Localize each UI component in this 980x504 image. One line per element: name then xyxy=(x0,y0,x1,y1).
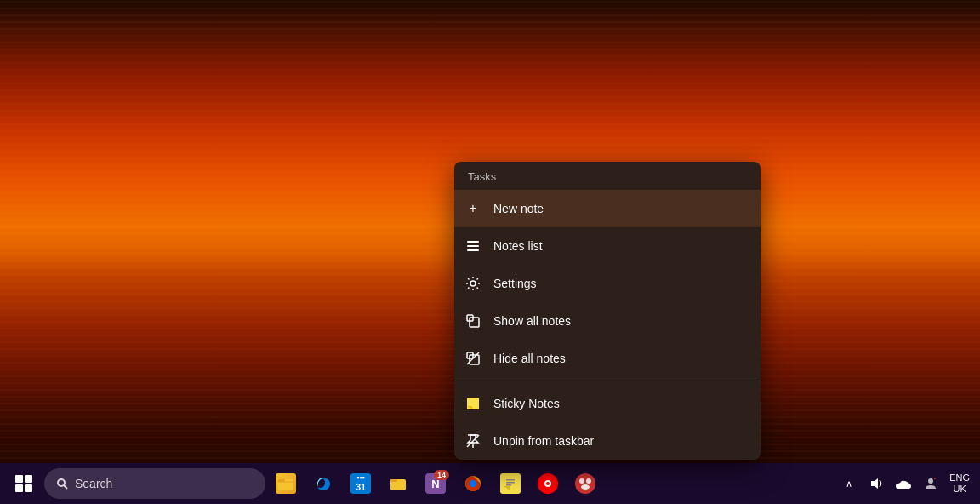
svg-rect-22 xyxy=(506,479,515,481)
taskbar-file-explorer[interactable] xyxy=(269,467,303,501)
context-menu: Tasks + New note Notes list Settings xyxy=(454,162,761,460)
svg-point-27 xyxy=(546,482,550,485)
unpin-icon xyxy=(464,432,481,450)
svg-rect-23 xyxy=(506,482,515,484)
svg-rect-24 xyxy=(506,484,511,486)
list-icon xyxy=(464,238,481,255)
svg-point-30 xyxy=(586,478,591,484)
svg-point-29 xyxy=(579,478,584,484)
tray-notifications[interactable] xyxy=(864,472,888,495)
svg-rect-16 xyxy=(278,479,285,482)
sticky-notes-taskbar-icon xyxy=(500,473,521,494)
menu-separator xyxy=(454,381,761,381)
taskbar: Search ▪▪▪ 31 xyxy=(0,463,980,504)
tray-chevron-up[interactable]: ∧ xyxy=(837,472,861,495)
speaker-icon xyxy=(869,477,883,490)
svg-line-14 xyxy=(64,485,67,489)
search-icon xyxy=(56,478,68,490)
taskbar-firefox[interactable] xyxy=(456,467,490,501)
sticky-notes-icon xyxy=(464,395,481,412)
menu-item-unpin[interactable]: Unpin from taskbar xyxy=(454,422,761,460)
start-button[interactable] xyxy=(7,467,41,501)
windows-logo xyxy=(15,475,32,492)
svg-point-20 xyxy=(470,480,476,487)
menu-item-settings[interactable]: Settings xyxy=(454,265,761,302)
svg-rect-0 xyxy=(467,241,479,243)
svg-rect-21 xyxy=(504,477,517,490)
firefox-icon xyxy=(463,473,483,494)
taskbar-youtube-music[interactable] xyxy=(531,467,565,501)
taskbar-sticky-notes[interactable] xyxy=(493,467,527,501)
menu-item-sticky-notes-label: Sticky Notes xyxy=(493,397,560,410)
gear-icon xyxy=(464,275,481,292)
svg-rect-2 xyxy=(467,249,479,251)
tray-teams[interactable] xyxy=(919,472,943,495)
menu-item-hide-all-notes[interactable]: Hide all notes xyxy=(454,340,761,377)
file-explorer-icon xyxy=(276,473,296,494)
svg-point-32 xyxy=(928,478,933,484)
onedrive-icon xyxy=(896,478,911,490)
menu-item-notes-list-label: Notes list xyxy=(493,239,543,253)
menu-item-notes-list[interactable]: Notes list xyxy=(454,227,761,265)
svg-point-31 xyxy=(581,484,590,490)
taskbar-file-explorer2[interactable] xyxy=(381,467,415,501)
lang-region: UK xyxy=(953,484,966,495)
plus-icon: + xyxy=(464,200,481,217)
menu-item-sticky-notes[interactable]: Sticky Notes xyxy=(454,385,761,422)
app9-icon xyxy=(575,473,595,494)
system-tray: ∧ ENG UK xyxy=(837,472,973,495)
menu-item-show-all-notes[interactable]: Show all notes xyxy=(454,302,761,340)
search-bar[interactable]: Search xyxy=(44,468,265,499)
onenote-badge: 14 xyxy=(434,470,449,480)
menu-item-unpin-label: Unpin from taskbar xyxy=(493,434,594,448)
calendar-icon: ▪▪▪ 31 xyxy=(350,473,371,494)
svg-rect-9 xyxy=(467,398,479,410)
show-notes-icon xyxy=(464,312,481,329)
hide-notes-icon xyxy=(464,350,481,367)
svg-point-3 xyxy=(470,281,476,286)
youtube-music-icon xyxy=(538,473,558,494)
menu-item-hide-all-notes-label: Hide all notes xyxy=(493,352,566,365)
menu-item-settings-label: Settings xyxy=(493,277,537,290)
taskbar-onenote[interactable]: N 14 xyxy=(419,467,453,501)
svg-rect-5 xyxy=(470,318,479,327)
svg-rect-1 xyxy=(467,245,479,247)
edge-icon xyxy=(313,473,333,494)
menu-item-new-note-label: New note xyxy=(493,202,544,215)
menu-item-show-all-notes-label: Show all notes xyxy=(493,314,571,328)
tray-onedrive[interactable] xyxy=(892,472,915,495)
lang-eng: ENG xyxy=(949,472,970,484)
taskbar-app9[interactable] xyxy=(568,467,602,501)
language-indicator[interactable]: ENG UK xyxy=(946,472,973,495)
teams-icon xyxy=(924,477,937,490)
taskbar-calendar[interactable]: ▪▪▪ 31 xyxy=(344,467,378,501)
menu-header: Tasks xyxy=(454,162,761,190)
svg-rect-18 xyxy=(390,479,397,482)
menu-item-new-note[interactable]: + New note xyxy=(454,190,761,227)
search-label: Search xyxy=(75,477,112,490)
file-explorer2-icon xyxy=(388,473,408,494)
chevron-up-icon: ∧ xyxy=(846,478,852,490)
taskbar-edge[interactable] xyxy=(306,467,340,501)
svg-point-13 xyxy=(58,479,65,486)
